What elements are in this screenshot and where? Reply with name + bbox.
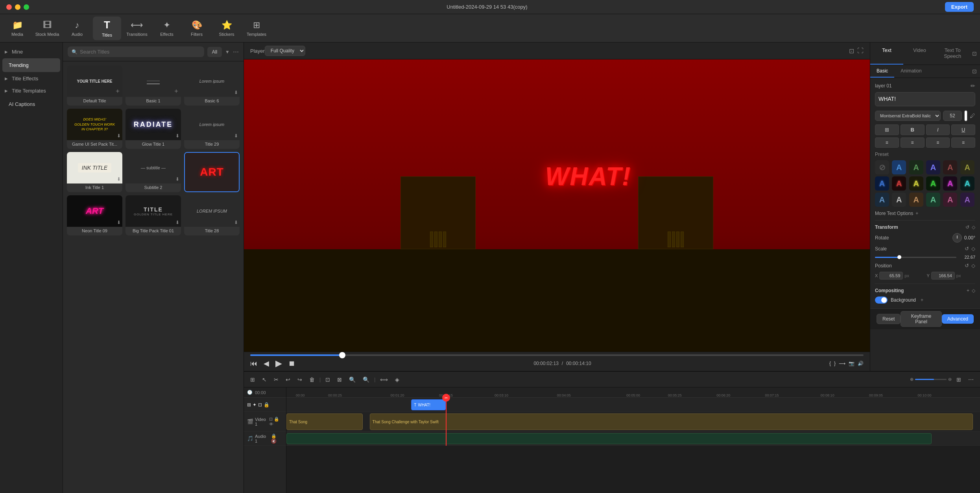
preset-12[interactable]: A bbox=[875, 193, 889, 207]
title-card-neon-09[interactable]: ART ⬇ Neon Title 09 bbox=[67, 195, 122, 235]
underline-button[interactable]: U bbox=[951, 124, 975, 135]
title-card-title28[interactable]: LOREM IPSUM ⬇ Title 28 bbox=[184, 195, 240, 235]
tab-video[interactable]: Video bbox=[903, 43, 936, 65]
keyframe-scale-button[interactable]: ◇ bbox=[971, 246, 975, 252]
video-clip-that-song-2[interactable]: That Song Challenge with Taylor Swift bbox=[370, 413, 973, 430]
rewind-button[interactable]: ◀ bbox=[264, 359, 269, 368]
tl-grid-button[interactable]: ⊞ bbox=[954, 375, 963, 384]
expand-subtab-button[interactable]: ⊡ bbox=[969, 65, 980, 78]
tl-zoom-out-button[interactable]: 🔍 bbox=[360, 375, 372, 384]
y-input[interactable]: 166.54 bbox=[931, 272, 955, 280]
preset-13[interactable]: A bbox=[892, 193, 906, 207]
tl-select-button[interactable]: ↖ bbox=[260, 375, 269, 384]
tl-delete-button[interactable]: 🗑 bbox=[307, 375, 317, 384]
align-left-button[interactable]: ≡ bbox=[875, 137, 899, 148]
italic-button[interactable]: I bbox=[926, 124, 950, 135]
preset-10[interactable]: A bbox=[943, 176, 957, 191]
preset-5[interactable]: A bbox=[960, 160, 974, 174]
preset-16[interactable]: A bbox=[943, 193, 957, 207]
title-card-big-title[interactable]: TITLE GOLDEN TITLE HERE ⬇ Big Title Pack… bbox=[125, 195, 181, 235]
title-card-art-26[interactable]: ART Art Title 26 bbox=[184, 152, 240, 192]
timeline-tracks-area[interactable]: 00:00 00:00:25 00:01:20 00:02:15 00:03:1… bbox=[286, 387, 980, 493]
text-edit-field[interactable]: WHAT! bbox=[875, 92, 975, 106]
playhead[interactable]: ✂ bbox=[446, 398, 447, 446]
title-card-glow-1[interactable]: RADIATE ⬇ Glow Title 1 bbox=[125, 109, 181, 149]
mark-in-button[interactable]: { bbox=[829, 361, 831, 366]
filter-button[interactable]: All bbox=[207, 47, 222, 57]
sidebar-item-ai-captions[interactable]: AI Captions bbox=[2, 97, 60, 111]
toolbar-stickers[interactable]: ⭐ Stickers bbox=[212, 17, 241, 40]
more-text-options[interactable]: More Text Options + bbox=[875, 211, 975, 216]
background-expand-button[interactable]: + bbox=[921, 297, 923, 303]
sidebar-group-title-templates[interactable]: ▶ Title Templates bbox=[0, 85, 63, 97]
maximize-button[interactable] bbox=[24, 4, 29, 10]
color-picker-button[interactable]: 🖊 bbox=[970, 113, 975, 119]
tl-more-button[interactable]: ⋯ bbox=[966, 375, 976, 384]
align-justify-button[interactable]: ≡ bbox=[951, 137, 975, 148]
sidebar-group-title-effects[interactable]: ▶ Title Effects bbox=[0, 72, 63, 85]
preset-11[interactable]: A bbox=[960, 176, 974, 191]
keyframe-compositing-button[interactable]: ◇ bbox=[972, 288, 975, 293]
title-card-basic-6[interactable]: Lorem ipsum ⬇ Basic 6 bbox=[184, 65, 240, 106]
title-card-title29[interactable]: Lorem ipsum ⬇ Title 29 bbox=[184, 109, 240, 149]
reset-transform-button[interactable]: ↺ bbox=[965, 224, 969, 230]
font-size-input[interactable]: 52 bbox=[943, 111, 962, 121]
toolbar-stock-media[interactable]: 🎞 Stock Media bbox=[33, 17, 61, 40]
minimize-button[interactable] bbox=[15, 4, 20, 10]
x-input[interactable]: 65.59 bbox=[879, 272, 903, 280]
text-clip-what[interactable]: T WHAT! bbox=[411, 399, 446, 410]
tab-text-to-speech[interactable]: Text To Speech bbox=[936, 43, 969, 65]
tl-razor-button[interactable]: ✂ bbox=[271, 375, 281, 384]
keyframe-panel-button[interactable]: Keyframe Panel bbox=[901, 311, 941, 327]
mark-out-button[interactable]: } bbox=[834, 361, 836, 366]
reset-position-button[interactable]: ↺ bbox=[965, 263, 969, 269]
color-swatch[interactable] bbox=[964, 110, 967, 121]
chevron-down-icon[interactable]: ▼ bbox=[225, 49, 230, 55]
close-button[interactable] bbox=[6, 4, 12, 10]
expand-compositing-button[interactable]: + bbox=[967, 288, 969, 293]
reset-scale-button[interactable]: ↺ bbox=[965, 246, 969, 252]
reset-button[interactable]: Reset bbox=[877, 314, 901, 324]
title-card-basic-1[interactable]: ——— ＋ Basic 1 bbox=[125, 65, 181, 106]
video-clip-that-song[interactable]: That Song bbox=[286, 413, 363, 430]
bold-button[interactable]: B bbox=[901, 124, 925, 135]
play-button[interactable]: ▶ bbox=[275, 358, 282, 369]
scale-slider[interactable] bbox=[875, 257, 956, 258]
preset-9[interactable]: A bbox=[926, 176, 940, 191]
preset-1[interactable]: A bbox=[892, 160, 906, 174]
title-card-default-title[interactable]: YOUR TITLE HERE ＋ Default Title bbox=[67, 65, 122, 106]
preset-8[interactable]: A bbox=[909, 176, 923, 191]
zoom-slider[interactable] bbox=[915, 379, 947, 380]
expand-panel-button[interactable]: ⊡ bbox=[969, 43, 980, 65]
tl-zoom-in-button[interactable]: 🔍 bbox=[347, 375, 358, 384]
preset-6[interactable]: A bbox=[875, 176, 889, 191]
preset-4[interactable]: A bbox=[943, 160, 957, 174]
time-thumb[interactable] bbox=[339, 352, 345, 358]
toolbar-media[interactable]: 📁 Media bbox=[3, 17, 31, 40]
preset-14[interactable]: A bbox=[909, 193, 923, 207]
toolbar-effects[interactable]: ✦ Effects bbox=[153, 17, 181, 40]
split-button[interactable]: ⟶ bbox=[839, 361, 845, 366]
volume-button[interactable]: 🔊 bbox=[858, 361, 864, 366]
subtab-animation[interactable]: Animation bbox=[894, 65, 928, 78]
audio-clip-1[interactable] bbox=[286, 433, 932, 444]
keyframe-transform-button[interactable]: ◇ bbox=[972, 224, 975, 230]
toolbar-templates[interactable]: ⊞ Templates bbox=[242, 17, 271, 40]
title-card-game-ui[interactable]: DOES MIDAS'GOLDEN TOUCH WORKIN CHAPTER 3… bbox=[67, 109, 122, 149]
sidebar-item-trending[interactable]: Trending bbox=[2, 58, 60, 72]
title-card-ink-1[interactable]: INK TITLE ⬇ Ink Title 1 bbox=[67, 152, 122, 192]
tl-fit-button[interactable]: ⟺ bbox=[378, 375, 390, 384]
compositing-section[interactable]: Compositing + ◇ bbox=[875, 288, 975, 293]
tl-undo-button[interactable]: ↩ bbox=[283, 375, 293, 384]
align-right-button[interactable]: ≡ bbox=[926, 137, 950, 148]
align-center-button[interactable]: ≡ bbox=[901, 137, 925, 148]
toolbar-titles[interactable]: T Titles bbox=[93, 17, 121, 40]
snapshot-button[interactable]: 📷 bbox=[849, 361, 855, 366]
preset-15[interactable]: A bbox=[926, 193, 940, 207]
align-left-cols-button[interactable]: ⊞ bbox=[875, 124, 899, 135]
tl-detach-audio-button[interactable]: ⊡ bbox=[323, 375, 332, 384]
font-family-select[interactable]: Montserrat ExtraBold Italic bbox=[875, 111, 941, 121]
stop-button[interactable]: ⏹ bbox=[288, 360, 295, 368]
search-input[interactable] bbox=[80, 49, 200, 55]
preset-17[interactable]: A bbox=[960, 193, 974, 207]
